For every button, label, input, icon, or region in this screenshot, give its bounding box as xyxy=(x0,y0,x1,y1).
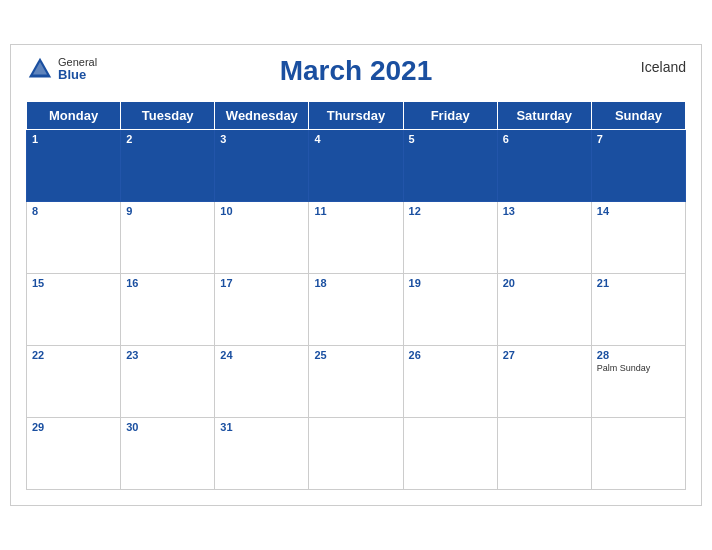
month-title: March 2021 xyxy=(280,55,433,87)
calendar-cell-empty xyxy=(403,418,497,490)
event-label: Palm Sunday xyxy=(597,363,680,373)
day-number: 27 xyxy=(503,349,586,361)
day-number: 4 xyxy=(314,133,397,145)
day-number: 10 xyxy=(220,205,303,217)
calendar-cell-3: 3 xyxy=(215,130,309,202)
calendar-cell-22: 22 xyxy=(27,346,121,418)
calendar-cell-12: 12 xyxy=(403,202,497,274)
day-number: 31 xyxy=(220,421,303,433)
week-row-2: 891011121314 xyxy=(27,202,686,274)
calendar-cell-30: 30 xyxy=(121,418,215,490)
logo-icon xyxy=(26,55,54,83)
day-number: 21 xyxy=(597,277,680,289)
day-number: 18 xyxy=(314,277,397,289)
day-number: 8 xyxy=(32,205,115,217)
calendar-header: General Blue March 2021 Iceland xyxy=(26,55,686,95)
calendar-cell-11: 11 xyxy=(309,202,403,274)
weekday-header-sunday: Sunday xyxy=(591,102,685,130)
day-number: 23 xyxy=(126,349,209,361)
weekday-header-wednesday: Wednesday xyxy=(215,102,309,130)
weekday-header-friday: Friday xyxy=(403,102,497,130)
day-number: 3 xyxy=(220,133,303,145)
calendar-cell-20: 20 xyxy=(497,274,591,346)
day-number: 9 xyxy=(126,205,209,217)
calendar-cell-empty xyxy=(497,418,591,490)
week-row-3: 15161718192021 xyxy=(27,274,686,346)
calendar-cell-2: 2 xyxy=(121,130,215,202)
day-number: 24 xyxy=(220,349,303,361)
day-number: 5 xyxy=(409,133,492,145)
weekday-header-saturday: Saturday xyxy=(497,102,591,130)
calendar-cell-27: 27 xyxy=(497,346,591,418)
day-number: 17 xyxy=(220,277,303,289)
day-number: 1 xyxy=(32,133,115,145)
day-number: 25 xyxy=(314,349,397,361)
country-label: Iceland xyxy=(641,59,686,75)
week-row-1: 1234567 xyxy=(27,130,686,202)
calendar-cell-24: 24 xyxy=(215,346,309,418)
calendar-cell-25: 25 xyxy=(309,346,403,418)
logo-text: General Blue xyxy=(58,56,97,82)
day-number: 26 xyxy=(409,349,492,361)
day-number: 6 xyxy=(503,133,586,145)
calendar-cell-29: 29 xyxy=(27,418,121,490)
calendar-cell-19: 19 xyxy=(403,274,497,346)
day-number: 11 xyxy=(314,205,397,217)
calendar-cell-18: 18 xyxy=(309,274,403,346)
calendar-wrapper: General Blue March 2021 Iceland MondayTu… xyxy=(10,44,702,506)
calendar-cell-21: 21 xyxy=(591,274,685,346)
calendar-cell-empty xyxy=(591,418,685,490)
calendar-cell-13: 13 xyxy=(497,202,591,274)
calendar-cell-empty xyxy=(309,418,403,490)
calendar-grid: MondayTuesdayWednesdayThursdayFridaySatu… xyxy=(26,101,686,490)
calendar-cell-8: 8 xyxy=(27,202,121,274)
day-number: 2 xyxy=(126,133,209,145)
calendar-cell-5: 5 xyxy=(403,130,497,202)
day-number: 30 xyxy=(126,421,209,433)
calendar-cell-1: 1 xyxy=(27,130,121,202)
day-number: 13 xyxy=(503,205,586,217)
calendar-cell-6: 6 xyxy=(497,130,591,202)
logo-blue-text: Blue xyxy=(58,68,97,82)
calendar-cell-10: 10 xyxy=(215,202,309,274)
calendar-cell-17: 17 xyxy=(215,274,309,346)
calendar-cell-16: 16 xyxy=(121,274,215,346)
calendar-cell-23: 23 xyxy=(121,346,215,418)
weekday-header-monday: Monday xyxy=(27,102,121,130)
weekday-header-tuesday: Tuesday xyxy=(121,102,215,130)
week-row-5: 293031 xyxy=(27,418,686,490)
calendar-cell-15: 15 xyxy=(27,274,121,346)
calendar-cell-7: 7 xyxy=(591,130,685,202)
day-number: 14 xyxy=(597,205,680,217)
calendar-cell-31: 31 xyxy=(215,418,309,490)
logo-area: General Blue xyxy=(26,55,97,83)
day-number: 16 xyxy=(126,277,209,289)
weekday-header-row: MondayTuesdayWednesdayThursdayFridaySatu… xyxy=(27,102,686,130)
week-row-4: 22232425262728Palm Sunday xyxy=(27,346,686,418)
weekday-header-thursday: Thursday xyxy=(309,102,403,130)
day-number: 28 xyxy=(597,349,680,361)
day-number: 22 xyxy=(32,349,115,361)
day-number: 15 xyxy=(32,277,115,289)
calendar-cell-26: 26 xyxy=(403,346,497,418)
day-number: 12 xyxy=(409,205,492,217)
calendar-cell-28: 28Palm Sunday xyxy=(591,346,685,418)
calendar-cell-14: 14 xyxy=(591,202,685,274)
calendar-cell-4: 4 xyxy=(309,130,403,202)
calendar-cell-9: 9 xyxy=(121,202,215,274)
day-number: 20 xyxy=(503,277,586,289)
day-number: 19 xyxy=(409,277,492,289)
day-number: 29 xyxy=(32,421,115,433)
day-number: 7 xyxy=(597,133,680,145)
